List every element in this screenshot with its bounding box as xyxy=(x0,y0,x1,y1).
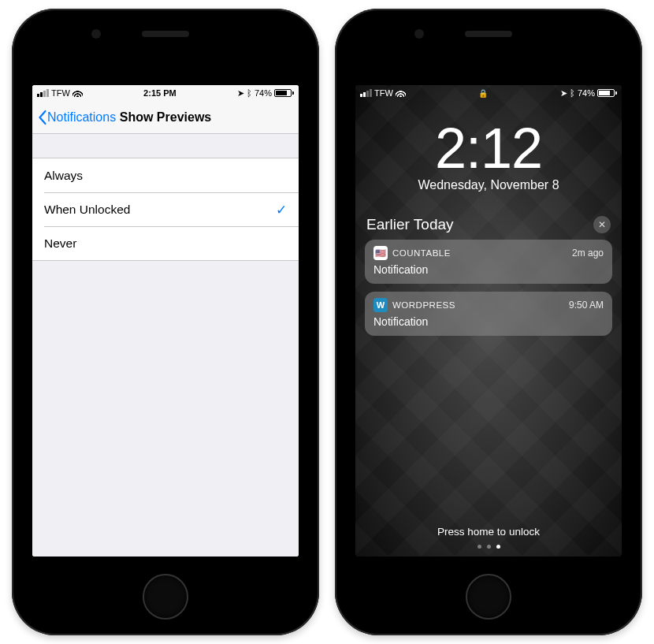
checkmark-icon: ✓ xyxy=(276,202,287,218)
back-button[interactable]: Notifications xyxy=(37,110,116,125)
home-button[interactable] xyxy=(143,574,188,620)
page-dot xyxy=(477,545,481,549)
app-name: COUNTABLE xyxy=(392,248,567,258)
notification-time: 9:50 AM xyxy=(569,300,604,311)
notification-card[interactable]: 🇺🇸 COUNTABLE 2m ago Notification xyxy=(365,240,612,284)
option-label: When Unlocked xyxy=(44,203,130,217)
home-button[interactable] xyxy=(466,574,511,620)
carrier-label: TFW xyxy=(374,88,393,98)
unlock-hint: Press home to unlock xyxy=(355,526,622,538)
chevron-left-icon xyxy=(37,110,47,125)
battery-icon xyxy=(597,89,617,97)
section-title: Earlier Today xyxy=(366,216,454,233)
location-icon: ➤ xyxy=(237,88,244,99)
notification-section-header: Earlier Today ✕ xyxy=(366,216,611,233)
status-bar: TFW 2:15 PM ➤ ᛒ 74% xyxy=(32,85,299,101)
bluetooth-icon: ᛒ xyxy=(247,88,252,98)
earpiece xyxy=(465,31,512,37)
wifi-icon xyxy=(72,89,83,97)
status-bar: TFW 🔒 ➤ ᛒ 74% xyxy=(355,85,622,101)
lock-screen: TFW 🔒 ➤ ᛒ 74% 2:12 Wednesday, November 8… xyxy=(355,85,622,557)
notification-card[interactable]: W WORDPRESS 9:50 AM Notification xyxy=(365,292,612,336)
app-icon: 🇺🇸 xyxy=(373,246,388,260)
nav-bar: Notifications Show Previews xyxy=(32,101,299,134)
page-dot xyxy=(496,545,500,549)
earpiece xyxy=(142,31,189,37)
lock-icon: 🔒 xyxy=(478,89,488,98)
battery-icon xyxy=(274,89,294,97)
wifi-icon xyxy=(396,89,406,97)
app-name: WORDPRESS xyxy=(392,300,564,310)
settings-body: Always When Unlocked ✓ Never xyxy=(32,134,299,557)
option-always[interactable]: Always xyxy=(32,158,299,192)
option-label: Never xyxy=(44,236,76,251)
signal-icon xyxy=(360,89,372,97)
front-camera xyxy=(414,29,424,39)
app-icon: W xyxy=(373,298,388,312)
location-icon: ➤ xyxy=(560,88,567,99)
clear-notifications-button[interactable]: ✕ xyxy=(593,216,611,233)
notification-body: Notification xyxy=(373,315,604,328)
option-when-unlocked[interactable]: When Unlocked ✓ xyxy=(44,192,299,226)
back-label: Notifications xyxy=(47,110,116,125)
page-dot xyxy=(487,545,491,549)
status-time: 2:15 PM xyxy=(143,88,177,98)
battery-percent: 74% xyxy=(578,88,595,98)
phone-left: TFW 2:15 PM ➤ ᛒ 74% Notifications Show P… xyxy=(12,9,319,635)
notification-time: 2m ago xyxy=(572,248,604,259)
lock-clock: 2:12 Wednesday, November 8 xyxy=(355,120,622,192)
lock-time: 2:12 xyxy=(355,120,622,177)
option-never[interactable]: Never xyxy=(44,226,299,260)
carrier-label: TFW xyxy=(51,88,70,98)
phone-right: TFW 🔒 ➤ ᛒ 74% 2:12 Wednesday, November 8… xyxy=(335,9,642,635)
battery-percent: 74% xyxy=(255,88,272,98)
signal-icon xyxy=(37,89,49,97)
lock-date: Wednesday, November 8 xyxy=(355,178,622,192)
page-indicator xyxy=(355,545,622,549)
options-group: Always When Unlocked ✓ Never xyxy=(32,158,299,261)
option-label: Always xyxy=(44,169,83,183)
notification-body: Notification xyxy=(373,263,604,276)
bluetooth-icon: ᛒ xyxy=(570,88,575,98)
settings-screen: TFW 2:15 PM ➤ ᛒ 74% Notifications Show P… xyxy=(32,85,299,557)
front-camera xyxy=(91,29,101,39)
